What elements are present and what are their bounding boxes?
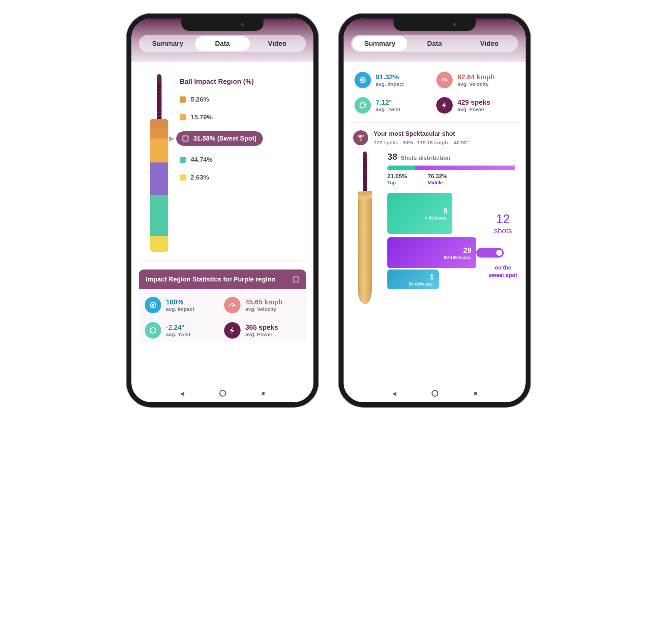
nav-recents-icon[interactable]: ■ xyxy=(474,390,477,396)
stat-velocity: 62.84 kmph avg. Velocity xyxy=(436,72,515,88)
phone-notch xyxy=(394,18,476,31)
sweet-line1: on the xyxy=(482,265,524,271)
tab-bar: Summary Data Video xyxy=(139,35,306,52)
dist-label: Shots distribution xyxy=(401,155,450,161)
svg-line-2 xyxy=(232,304,234,306)
sweet-line2: sweet spot xyxy=(482,272,524,278)
android-nav: ◀ ■ xyxy=(344,384,526,402)
impact-legend: Ball Impact Region (%) 5.26% 15.79% ▶ xyxy=(180,74,299,252)
bar-low-acc[interactable]: 8 < 50% acc. xyxy=(387,193,452,234)
bar-count: 29 xyxy=(463,246,472,255)
accuracy-bars: 8 < 50% acc. 29 90-100% acc. 1 50-90% ac… xyxy=(387,193,518,295)
sweet-spot-caption: on the sweet spot xyxy=(482,263,524,278)
bar-mid-acc[interactable]: 1 50-90% acc. xyxy=(387,270,439,289)
android-nav: ◀ ■ xyxy=(131,384,313,402)
tab-video[interactable]: Video xyxy=(250,36,305,51)
screen-right: Summary Data Video 91.32% avg. Impact xyxy=(344,18,526,402)
nav-home-icon[interactable] xyxy=(431,390,438,397)
bat-illustration xyxy=(351,152,382,304)
target-icon xyxy=(145,297,161,313)
impact-title: Ball Impact Region (%) xyxy=(180,78,299,86)
bar-high-acc[interactable]: 29 90-100% acc. xyxy=(387,237,476,268)
dist-middle-label: Middle xyxy=(428,180,448,185)
svg-line-5 xyxy=(445,79,446,81)
dist-middle: 76.32% Middle xyxy=(428,173,448,185)
stat-value: 91.32% xyxy=(376,73,404,81)
rotate-icon xyxy=(145,322,161,339)
stat-label: avg. Impact xyxy=(376,81,404,87)
sweet-spot-callout: 12 shots xyxy=(482,212,524,235)
impact-region-card: Ball Impact Region (%) 5.26% 15.79% ▶ xyxy=(139,66,306,261)
impact-item[interactable]: 44.74% xyxy=(180,156,299,163)
tab-summary[interactable]: Summary xyxy=(140,36,195,51)
rotate-icon xyxy=(355,97,371,114)
phone-right: Summary Data Video 91.32% avg. Impact xyxy=(339,14,530,407)
bar-count: 1 xyxy=(430,273,434,281)
bat-diagram xyxy=(145,74,173,252)
impact-item[interactable]: 15.79% xyxy=(180,114,299,121)
impact-item-label: 44.74% xyxy=(191,156,212,163)
stat-velocity: 45.65 kmph avg. Velocity xyxy=(224,297,300,313)
phone-left: Summary Data Video xyxy=(127,14,318,407)
impact-item-label: 15.79% xyxy=(191,114,212,121)
nav-home-icon[interactable] xyxy=(219,390,226,397)
stat-twist: 7.12° avg. Twist xyxy=(355,97,433,114)
content-right: 91.32% avg. Impact 62.84 kmph avg. Veloc… xyxy=(344,62,526,384)
sweet-spot-pointer xyxy=(476,248,504,258)
stat-label: avg. Power xyxy=(245,331,278,337)
impact-stats-header: Impact Region Statistics for Purple regi… xyxy=(139,270,306,289)
impact-item-sweet[interactable]: ▶ 31.58% (Sweet Spot) xyxy=(180,131,299,146)
impact-stats-panel: Impact Region Statistics for Purple regi… xyxy=(139,270,306,342)
sweet-num: 12 xyxy=(482,212,524,226)
nav-back-icon[interactable]: ◀ xyxy=(180,390,184,397)
impact-item[interactable]: 5.26% xyxy=(180,96,299,103)
impact-item-label: 31.58% (Sweet Spot) xyxy=(193,135,257,142)
tab-bar: Summary Data Video xyxy=(351,35,518,52)
tab-summary[interactable]: Summary xyxy=(352,36,407,51)
target-icon xyxy=(355,72,371,88)
bar-count: 8 xyxy=(443,207,448,215)
stat-label: avg. Power xyxy=(458,106,490,112)
dist-top-label: Top xyxy=(387,180,407,185)
arrow-icon: ▶ xyxy=(169,135,174,142)
phone-notch xyxy=(181,18,263,31)
bar-label: < 50% acc. xyxy=(425,215,448,221)
gauge-icon xyxy=(224,297,241,313)
sweet-shots: shots xyxy=(482,226,524,235)
stat-value: -2.24° xyxy=(166,324,190,331)
bar-label: 90-100% acc. xyxy=(444,255,472,260)
nav-back-icon[interactable]: ◀ xyxy=(392,390,396,397)
tab-data[interactable]: Data xyxy=(407,36,462,51)
stat-value: 429 speks xyxy=(458,98,490,106)
stat-label: avg. Twist xyxy=(376,106,400,112)
trophy-title: Your most Spektacular shot xyxy=(374,130,469,137)
spektacular-shot[interactable]: Your most Spektacular shot 772 speks . 9… xyxy=(351,129,518,149)
bolt-icon xyxy=(436,97,453,114)
bolt-icon xyxy=(224,322,241,339)
trophy-sub: 772 speks . 90% . 119.18 kmph . -40.93° xyxy=(374,140,469,145)
stat-label: avg. Twist xyxy=(166,331,190,337)
impact-stats-title: Impact Region Statistics for Purple regi… xyxy=(146,276,275,283)
impact-item[interactable]: 2.63% xyxy=(180,174,299,181)
dist-count: 38 xyxy=(387,152,397,162)
svg-point-4 xyxy=(362,79,364,81)
tab-data[interactable]: Data xyxy=(195,36,250,51)
impact-item-label: 5.26% xyxy=(191,96,209,103)
stat-value: 62.84 kmph xyxy=(458,73,495,81)
stat-impact: 100% avg. Impact xyxy=(145,297,221,313)
nav-recents-icon[interactable]: ■ xyxy=(262,390,265,396)
stat-label: avg. Velocity xyxy=(458,81,495,87)
stat-power: 429 speks avg. Power xyxy=(436,97,515,114)
stat-value: 45.65 kmph xyxy=(245,298,283,306)
stat-label: avg. Velocity xyxy=(245,306,283,312)
stat-value: 100% xyxy=(166,298,194,306)
stat-label: avg. Impact xyxy=(166,306,194,312)
stat-value: 7.12° xyxy=(376,98,400,106)
svg-point-1 xyxy=(152,304,154,306)
stat-impact: 91.32% avg. Impact xyxy=(355,72,433,88)
content-left: Ball Impact Region (%) 5.26% 15.79% ▶ xyxy=(131,62,313,384)
dist-bar xyxy=(387,166,518,170)
tab-video[interactable]: Video xyxy=(462,36,517,51)
stat-twist: -2.24° avg. Twist xyxy=(145,322,221,339)
screen-left: Summary Data Video xyxy=(131,18,313,402)
